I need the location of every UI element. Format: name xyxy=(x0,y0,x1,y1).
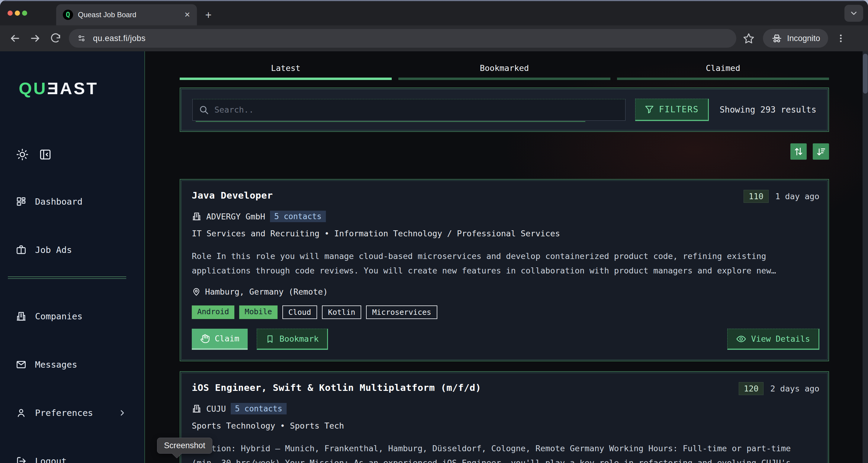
sidebar-nav: Dashboard Job Ads Companies Mes xyxy=(0,193,144,463)
browser-toolbar: qu.east.fi/jobs Incognito xyxy=(0,25,868,51)
tag-list: Android Mobile Cloud Kotlin Microservice… xyxy=(192,305,819,319)
sun-icon xyxy=(16,148,29,161)
job-location: Hamburg, Germany (Remote) xyxy=(205,287,328,296)
filters-button[interactable]: FILTERS xyxy=(635,99,709,121)
tag-chip: Mobile xyxy=(239,305,277,319)
chevron-down-icon xyxy=(849,9,858,18)
filter-panel: FILTERS Showing 293 results xyxy=(180,88,829,132)
reload-icon xyxy=(50,33,61,44)
sidebar-item-label: Logout xyxy=(35,456,67,463)
close-window-button[interactable] xyxy=(7,10,13,16)
tag-chip: Kotlin xyxy=(322,305,361,319)
applicant-count-badge: 120 xyxy=(739,382,764,395)
tab-label: Bookmarked xyxy=(480,63,529,73)
sidebar-item-label: Preferences xyxy=(35,408,93,418)
briefcase-icon xyxy=(16,244,27,255)
tab-latest[interactable]: Latest xyxy=(180,63,392,80)
company-building-icon xyxy=(192,211,202,221)
tag-chip: Android xyxy=(192,305,235,319)
sidebar-item-label: Job Ads xyxy=(35,245,72,255)
search-underline xyxy=(196,121,585,122)
sidebar-item-preferences[interactable]: Preferences xyxy=(0,404,144,421)
user-icon xyxy=(16,407,27,418)
sort-descending-icon xyxy=(816,146,826,157)
contacts-badge[interactable]: 5 contacts xyxy=(231,403,287,415)
arrow-left-icon xyxy=(9,33,21,44)
sort-order-button[interactable] xyxy=(813,143,829,160)
results-count-text: Showing 293 results xyxy=(720,105,816,115)
tab-close-button[interactable]: ✕ xyxy=(184,10,190,19)
new-tab-button[interactable]: + xyxy=(202,8,215,22)
tooltip-label: Screenshot xyxy=(164,441,205,450)
sidebar-item-label: Messages xyxy=(35,360,77,370)
incognito-badge: Incognito xyxy=(763,29,828,48)
reload-button[interactable] xyxy=(50,33,61,44)
page-scrollbar-track[interactable] xyxy=(863,51,868,463)
company-name: ADVERGY GmbH xyxy=(206,212,265,221)
eye-icon xyxy=(736,334,746,344)
filters-label: FILTERS xyxy=(659,104,699,114)
forward-button[interactable] xyxy=(30,33,41,44)
tab-label: Claimed xyxy=(706,63,740,73)
url-bar[interactable]: qu.east.fi/jobs xyxy=(69,29,736,48)
url-text: qu.east.fi/jobs xyxy=(93,34,146,43)
sort-direction-button[interactable] xyxy=(790,143,807,160)
chevron-right-icon xyxy=(118,408,127,418)
tab-underline xyxy=(398,77,610,80)
view-details-button[interactable]: View Details xyxy=(727,329,819,350)
claim-label: Claim xyxy=(215,334,239,343)
tab-underline xyxy=(617,77,829,80)
sidebar-item-label: Companies xyxy=(35,311,83,322)
contacts-badge[interactable]: 5 contacts xyxy=(270,211,326,222)
incognito-label: Incognito xyxy=(787,34,820,43)
star-icon xyxy=(743,33,754,44)
posted-age: 1 day ago xyxy=(775,192,819,201)
arrow-right-icon xyxy=(30,33,41,44)
search-input[interactable] xyxy=(214,105,619,114)
mail-icon xyxy=(16,359,27,370)
description-line: applications through code reviews. You w… xyxy=(192,264,819,278)
tab-label: Latest xyxy=(271,63,301,73)
description-line: Role In this role you will manage cloud-… xyxy=(192,249,819,264)
search-icon xyxy=(199,105,209,115)
logout-icon xyxy=(16,456,27,463)
tab-bookmarked[interactable]: Bookmarked xyxy=(398,63,610,80)
sidebar-item-job-ads[interactable]: Job Ads xyxy=(0,241,144,258)
tag-chip: Microservices xyxy=(366,305,437,319)
back-button[interactable] xyxy=(9,33,21,44)
page-scrollbar-thumb[interactable] xyxy=(863,54,868,94)
queast-logo: QUƎAST xyxy=(19,78,98,98)
queast-favicon-icon: Q xyxy=(63,10,73,20)
browser-menu-button[interactable] xyxy=(835,33,846,44)
minimize-window-button[interactable] xyxy=(15,10,20,16)
job-title: Java Developer xyxy=(192,190,273,201)
three-dots-icon xyxy=(835,33,846,44)
sidebar-item-messages[interactable]: Messages xyxy=(0,356,144,373)
job-card: Java Developer 110 1 day ago ADVERGY Gmb… xyxy=(180,179,829,361)
claim-button[interactable]: Claim xyxy=(192,329,248,350)
tag-chip: Cloud xyxy=(282,305,317,319)
theme-toggle-button[interactable] xyxy=(16,148,29,161)
map-pin-icon xyxy=(192,287,201,296)
description-line: (min. 30 hrs/week) Your Mission: As an e… xyxy=(192,456,819,463)
tab-claimed[interactable]: Claimed xyxy=(617,63,829,80)
sidebar: QUƎAST Dashboard xyxy=(0,51,145,463)
tab-underline xyxy=(180,77,392,80)
active-nav-underline xyxy=(8,276,126,279)
arrows-up-down-icon xyxy=(794,146,804,157)
job-description: Role In this role you will manage cloud-… xyxy=(192,249,819,278)
industry-text: Sports Technology • Sports Tech xyxy=(192,421,819,430)
sidebar-item-companies[interactable]: Companies xyxy=(0,308,144,325)
bookmark-button[interactable]: Bookmark xyxy=(257,329,328,350)
sidebar-collapse-button[interactable] xyxy=(39,148,52,161)
industry-text: IT Services and Recruiting • Information… xyxy=(192,229,819,238)
zoom-window-button[interactable] xyxy=(22,10,27,16)
sidebar-item-dashboard[interactable]: Dashboard xyxy=(0,193,144,210)
bookmark-page-star-button[interactable] xyxy=(743,33,754,44)
site-settings-icon[interactable] xyxy=(77,33,86,43)
building-icon xyxy=(16,311,27,322)
funnel-icon xyxy=(645,104,654,114)
sidebar-item-logout[interactable]: Logout xyxy=(0,453,144,463)
tab-search-chevron-button[interactable] xyxy=(844,5,863,22)
browser-tab[interactable]: Q Queast Job Board ✕ xyxy=(56,4,197,25)
